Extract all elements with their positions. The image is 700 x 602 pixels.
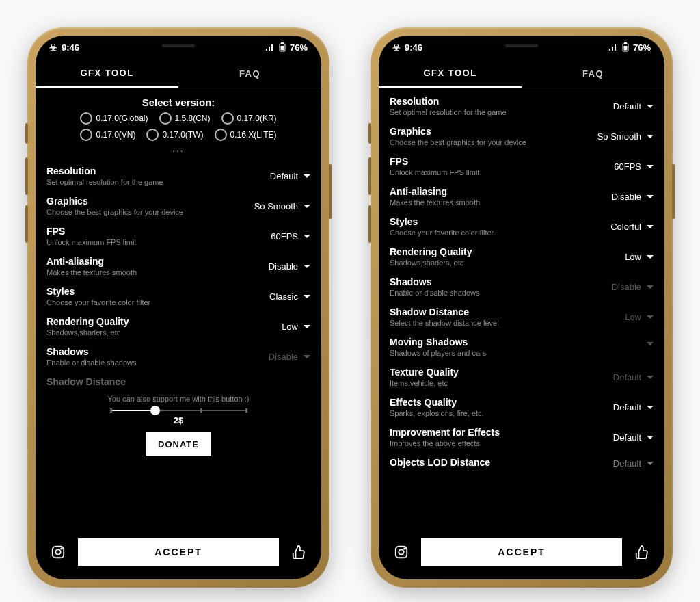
moving-shadows-dropdown[interactable] (641, 337, 654, 345)
version-vn[interactable]: 0.17.0(VN) (80, 129, 135, 141)
chevron-down-icon (647, 195, 654, 198)
version-tw[interactable]: 0.17.0(TW) (146, 129, 203, 141)
version-selector: 0.17.0(Global) 1.5.8(CN) 0.17.0(KR) 0.17… (46, 112, 310, 141)
thumbs-up-icon[interactable] (290, 543, 308, 561)
texture-quality-dropdown[interactable]: Default (613, 367, 654, 382)
screen: ☣ 9:46 76% GFX TOOL FAQ Select version: (36, 36, 321, 579)
biohazard-icon: ☣ (49, 42, 57, 53)
chevron-down-icon (647, 225, 654, 228)
setting-graphics: GraphicsChoose the best graphics for you… (46, 191, 310, 221)
notch (460, 36, 583, 55)
effects-quality-dropdown[interactable]: Default (613, 397, 654, 413)
svg-rect-7 (624, 42, 627, 44)
setting-anti-aliasing: Anti-aliasingMakes the textures smooth D… (46, 251, 310, 281)
signal-icon (265, 43, 275, 51)
instagram-icon[interactable] (392, 543, 410, 561)
radio-icon (80, 112, 92, 125)
radio-icon (215, 129, 227, 141)
tab-gfx-tool[interactable]: GFX TOOL (379, 59, 522, 88)
chevron-down-icon (647, 255, 654, 259)
svg-point-5 (61, 548, 62, 549)
chevron-down-icon (647, 342, 654, 345)
setting-rendering-quality: Rendering QualityShadows,shaders, etc Lo… (390, 241, 654, 272)
chevron-down-icon (304, 325, 310, 328)
chevron-down-icon (647, 135, 654, 138)
donate-hint: You can also support me with this button… (46, 395, 310, 403)
rendering-quality-dropdown[interactable]: Low (625, 246, 654, 262)
svg-point-4 (55, 549, 60, 554)
fps-dropdown[interactable]: 60FPS (271, 226, 310, 241)
battery-percent: 76% (290, 42, 308, 53)
tab-gfx-tool[interactable]: GFX TOOL (36, 59, 178, 88)
version-cn[interactable]: 1.5.8(CN) (159, 112, 211, 125)
bottom-bar: ACCEPT (379, 530, 664, 579)
setting-fps: FPSUnlock maximum FPS limit 60FPS (46, 221, 310, 251)
setting-fps: FPSUnlock maximum FPS limit 60FPS (390, 151, 654, 181)
setting-texture-quality: Texture QualityItems,vehicle, etc Defaul… (390, 362, 654, 392)
fps-dropdown[interactable]: 60FPS (614, 156, 654, 172)
tab-faq[interactable]: FAQ (522, 59, 664, 88)
svg-rect-1 (281, 42, 284, 44)
biohazard-icon: ☣ (392, 42, 401, 53)
donate-value: 2$ (46, 415, 310, 426)
chevron-down-icon (304, 295, 310, 298)
setting-moving-shadows: Moving ShadowsShadows of players and car… (390, 332, 654, 362)
version-lite[interactable]: 0.16.X(LITE) (215, 129, 277, 141)
chevron-down-icon (647, 462, 654, 465)
shadow-distance-dropdown[interactable]: Low (625, 306, 654, 322)
chevron-down-icon (647, 105, 654, 108)
slider-thumb[interactable] (150, 406, 160, 415)
setting-styles: StylesChoose your favorite color filter … (390, 211, 654, 241)
accept-button[interactable]: ACCEPT (421, 538, 622, 566)
instagram-icon[interactable] (49, 543, 67, 561)
signal-icon (608, 43, 618, 51)
accept-button[interactable]: ACCEPT (78, 538, 279, 566)
setting-shadow-distance: Shadow DistanceSelect the shadow distanc… (390, 302, 654, 332)
chevron-down-icon (647, 376, 654, 379)
anti-aliasing-dropdown[interactable]: Disable (269, 256, 310, 272)
bottom-bar: ACCEPT (36, 530, 321, 579)
phone-mockup-right: ☣ 9:46 76% GFX TOOL FAQ ResolutionSet op… (371, 27, 673, 588)
setting-resolution: ResolutionSet optimal resolution for the… (390, 91, 654, 121)
setting-graphics: GraphicsChoose the best graphics for you… (390, 121, 654, 151)
setting-shadows: ShadowsEnable or disable shadows Disable (390, 272, 654, 302)
screen: ☣ 9:46 76% GFX TOOL FAQ ResolutionSet op… (379, 36, 664, 579)
thumbs-up-icon[interactable] (633, 543, 651, 561)
tab-bar: GFX TOOL FAQ (379, 59, 664, 88)
shadows-dropdown[interactable]: Disable (269, 346, 310, 362)
setting-styles: StylesChoose your favorite color filter … (46, 281, 310, 311)
setting-effects-quality: Effects QualitySparks, explosions, fire,… (390, 392, 654, 422)
styles-dropdown[interactable]: Classic (269, 286, 310, 302)
setting-shadow-distance: Shadow Distance (46, 371, 310, 392)
styles-dropdown[interactable]: Colorful (610, 216, 654, 232)
graphics-dropdown[interactable]: So Smooth (254, 196, 310, 211)
version-global[interactable]: 0.17.0(Global) (80, 112, 148, 125)
status-time: 9:46 (405, 42, 422, 53)
tab-faq[interactable]: FAQ (178, 59, 321, 88)
battery-percent: 76% (633, 42, 651, 53)
improvement-effects-dropdown[interactable]: Default (613, 427, 654, 443)
radio-icon (146, 129, 159, 141)
anti-aliasing-dropdown[interactable]: Disable (612, 186, 654, 202)
chevron-down-icon (647, 436, 654, 439)
radio-icon (80, 129, 92, 141)
shadows-dropdown[interactable]: Disable (612, 276, 654, 292)
donate-button[interactable]: DONATE (146, 432, 211, 456)
resolution-dropdown[interactable]: Default (613, 96, 654, 112)
svg-point-10 (399, 549, 403, 554)
notch (117, 36, 240, 55)
lod-distance-dropdown[interactable]: Default (613, 457, 654, 469)
chevron-down-icon (304, 174, 310, 178)
setting-lod-distance: Objects LOD Distance Default (390, 452, 654, 473)
graphics-dropdown[interactable]: So Smooth (597, 126, 654, 142)
radio-icon (221, 112, 234, 125)
more-versions[interactable]: ... (46, 144, 310, 154)
donate-slider[interactable] (110, 410, 247, 411)
version-title: Select version: (46, 96, 310, 108)
resolution-dropdown[interactable]: Default (270, 166, 310, 181)
rendering-quality-dropdown[interactable]: Low (282, 316, 310, 332)
radio-icon (159, 112, 172, 125)
setting-shadows: ShadowsEnable or disable shadows Disable (46, 341, 310, 371)
svg-rect-8 (623, 46, 627, 51)
version-kr[interactable]: 0.17.0(KR) (221, 112, 277, 125)
